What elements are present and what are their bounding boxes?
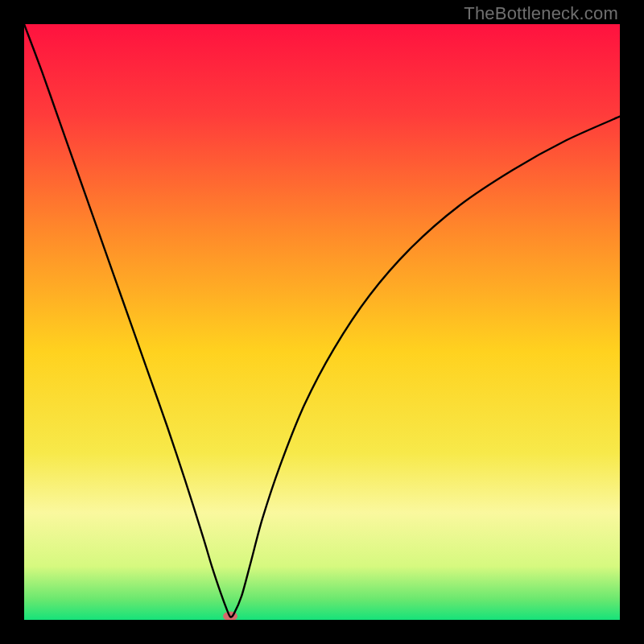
gradient-background <box>24 24 620 620</box>
plot-area <box>24 24 620 620</box>
chart-svg <box>24 24 620 620</box>
chart-frame: TheBottleneck.com <box>0 0 644 644</box>
watermark-text: TheBottleneck.com <box>464 3 618 24</box>
